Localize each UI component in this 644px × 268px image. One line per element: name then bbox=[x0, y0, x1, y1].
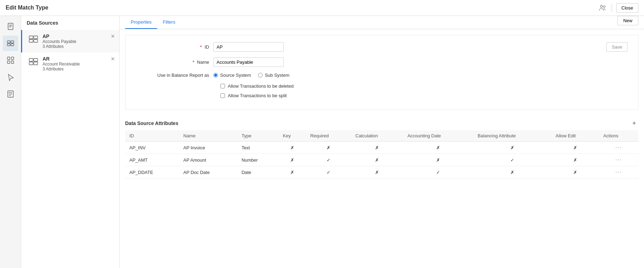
form-row-balance: Use in Balance Report as Source System S… bbox=[136, 73, 627, 78]
sidebar-icon-notes[interactable] bbox=[3, 86, 18, 102]
row-actions-button[interactable]: ··· bbox=[616, 169, 622, 175]
row-actions-button[interactable]: ··· bbox=[616, 144, 622, 150]
source-item-ap-close[interactable]: ✕ bbox=[111, 33, 115, 39]
tab-properties[interactable]: Properties bbox=[125, 16, 157, 29]
svg-rect-7 bbox=[11, 41, 14, 43]
table-cell: AP_AMT bbox=[125, 154, 179, 166]
new-button[interactable]: New bbox=[617, 16, 638, 25]
name-required-star: * bbox=[193, 60, 194, 65]
table-cell: ✗ bbox=[279, 166, 306, 179]
table-cell: ✗ bbox=[351, 166, 403, 179]
svg-rect-20 bbox=[34, 36, 38, 39]
source-item-ap-id: AP bbox=[43, 33, 114, 39]
radio-sub-system-label: Sub System bbox=[265, 73, 289, 78]
table-cell: Date bbox=[237, 166, 279, 179]
new-button-area: New bbox=[617, 16, 638, 25]
table-cell-actions[interactable]: ··· bbox=[599, 154, 638, 166]
radio-sub-system[interactable]: Sub System bbox=[258, 73, 289, 78]
table-cell-actions[interactable]: ··· bbox=[599, 166, 638, 179]
source-item-ar-close[interactable]: ✕ bbox=[111, 56, 115, 62]
user-icon bbox=[598, 3, 607, 13]
svg-rect-13 bbox=[11, 61, 14, 63]
source-item-ar[interactable]: AR Account Receivable 3 Attributes ✕ bbox=[21, 52, 119, 75]
close-button[interactable]: Close bbox=[616, 3, 638, 13]
radio-source-system[interactable]: Source System bbox=[213, 73, 251, 78]
allow-deleted-label: Allow Transactions to be deleted bbox=[228, 83, 294, 89]
attributes-section: Data Source Attributes + ID Name Type Ke… bbox=[125, 116, 638, 179]
table-cell: ✗ bbox=[403, 154, 474, 166]
svg-rect-23 bbox=[29, 58, 33, 61]
balance-report-label: Use in Balance Report as bbox=[136, 73, 213, 78]
table-header-row: ID Name Type Key Required Calculation Ac… bbox=[125, 130, 638, 142]
svg-rect-26 bbox=[34, 62, 38, 65]
sidebar-icons bbox=[0, 16, 21, 268]
table-cell: ✓ bbox=[474, 154, 552, 166]
data-sources-panel: Data Sources AP Accounts Payable 3 Attri… bbox=[21, 16, 120, 268]
svg-rect-24 bbox=[34, 58, 38, 61]
name-input[interactable] bbox=[213, 57, 284, 67]
allow-split-checkbox[interactable] bbox=[220, 93, 225, 98]
sidebar-icon-grid[interactable] bbox=[3, 52, 18, 68]
col-id: ID bbox=[125, 130, 179, 142]
table-cell: ✗ bbox=[351, 154, 403, 166]
source-item-ar-name: Account Receivable bbox=[43, 62, 114, 67]
table-cell: ✗ bbox=[552, 154, 599, 166]
table-cell: ✗ bbox=[552, 142, 599, 154]
name-label: * Name bbox=[136, 60, 213, 65]
sidebar-icon-datasource[interactable] bbox=[3, 36, 18, 51]
app-header: Edit Match Type Close bbox=[0, 0, 644, 16]
table-cell: ✗ bbox=[279, 142, 306, 154]
table-cell: Text bbox=[237, 142, 279, 154]
tab-filters[interactable]: Filters bbox=[157, 16, 181, 29]
svg-rect-9 bbox=[11, 44, 14, 46]
page-title: Edit Match Type bbox=[6, 5, 49, 11]
save-button[interactable]: Save bbox=[606, 42, 627, 52]
svg-point-0 bbox=[600, 5, 603, 7]
col-name: Name bbox=[179, 130, 238, 142]
table-cell: AP Amount bbox=[179, 154, 238, 166]
id-label: * ID bbox=[136, 44, 213, 50]
table-row: AP_DDATEAP Doc DateDate✗✓✗✓✗✗··· bbox=[125, 166, 638, 179]
table-cell: ✗ bbox=[351, 142, 403, 154]
col-allow-edit: Allow Edit bbox=[552, 130, 599, 142]
attributes-table: ID Name Type Key Required Calculation Ac… bbox=[125, 130, 638, 179]
svg-rect-25 bbox=[29, 62, 33, 65]
tabs-container: Properties Filters bbox=[120, 16, 644, 29]
radio-source-system-input[interactable] bbox=[213, 73, 218, 77]
table-cell: AP_DDATE bbox=[125, 166, 179, 179]
header-actions: Close bbox=[598, 3, 638, 13]
col-accounting-date: Accounting Date bbox=[403, 130, 474, 142]
table-cell: ✗ bbox=[279, 154, 306, 166]
allow-split-label: Allow Transactions to be split bbox=[228, 93, 287, 98]
col-key: Key bbox=[279, 130, 306, 142]
svg-rect-10 bbox=[7, 57, 10, 60]
id-required-star: * bbox=[200, 44, 202, 50]
svg-rect-2 bbox=[8, 23, 13, 30]
table-row: AP_AMTAP AmountNumber✗✓✗✗✓✗··· bbox=[125, 154, 638, 166]
svg-rect-8 bbox=[7, 44, 10, 46]
table-cell: ✗ bbox=[552, 166, 599, 179]
col-required: Required bbox=[306, 130, 351, 142]
row-actions-button[interactable]: ··· bbox=[616, 157, 622, 163]
id-input[interactable] bbox=[213, 42, 284, 52]
table-cell: AP Invoice bbox=[179, 142, 238, 154]
add-attribute-button[interactable]: + bbox=[630, 119, 638, 127]
sidebar-icon-document[interactable] bbox=[3, 19, 18, 34]
table-cell-actions[interactable]: ··· bbox=[599, 142, 638, 154]
header-divider bbox=[612, 4, 612, 12]
source-item-ar-icon bbox=[28, 56, 39, 67]
source-item-ap[interactable]: AP Accounts Payable 3 Attributes ✕ bbox=[21, 30, 119, 52]
table-cell: ✗ bbox=[474, 166, 552, 179]
radio-source-system-label: Source System bbox=[220, 73, 251, 78]
radio-sub-system-input[interactable] bbox=[258, 73, 263, 77]
col-actions: Actions bbox=[599, 130, 638, 142]
svg-rect-6 bbox=[7, 41, 10, 43]
table-row: AP_INVAP InvoiceText✗✗✗✗✗✗··· bbox=[125, 142, 638, 154]
table-cell: ✗ bbox=[403, 142, 474, 154]
source-item-ap-icon bbox=[28, 33, 39, 45]
allow-deleted-checkbox[interactable] bbox=[220, 84, 225, 88]
table-cell: ✓ bbox=[403, 166, 474, 179]
table-cell: AP Doc Date bbox=[179, 166, 238, 179]
sidebar-icon-cursor[interactable] bbox=[3, 69, 18, 85]
source-item-ar-id: AR bbox=[43, 56, 114, 62]
